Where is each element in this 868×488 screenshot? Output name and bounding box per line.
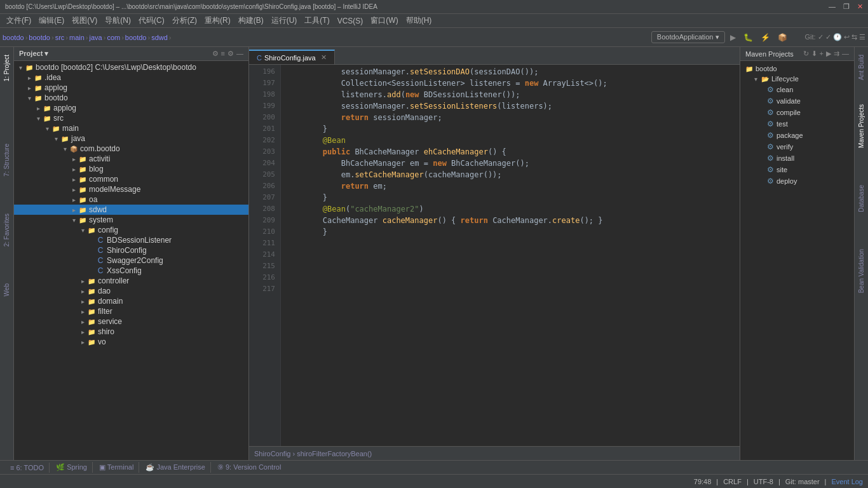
tree-item-filter[interactable]: ▸📁filter [14, 306, 248, 316]
breadcrumb-com[interactable]: com [107, 34, 120, 41]
maven-projects-tab[interactable]: Maven Projects [857, 99, 866, 153]
tree-item-Swagger2Config[interactable]: CSwagger2Config [14, 255, 248, 266]
project-gear-icon[interactable]: ⚙ [227, 50, 234, 58]
maven-item-site[interactable]: ⚙site [743, 164, 851, 175]
tree-icon-com.bootdo: 📦 [69, 146, 79, 152]
ant-build-tab[interactable]: Ant Build [857, 50, 866, 85]
breadcrumb-bootdo2[interactable]: bootdo [29, 34, 50, 41]
project-settings-icon[interactable]: ⚙ [212, 50, 219, 58]
tree-item-activiti[interactable]: ▸📁activiti [14, 154, 248, 164]
tree-item-main[interactable]: ▾📁main [14, 123, 248, 133]
maven-item-bootdo[interactable]: 📁bootdo [743, 64, 851, 74]
tree-item-config[interactable]: ▾📁config [14, 225, 248, 235]
menu-item-代码[interactable]: 代码(C) [135, 14, 168, 27]
menu-item-工具[interactable]: 工具(T) [301, 14, 333, 27]
tab-shiroconfig-close[interactable]: ✕ [321, 53, 327, 62]
maven-plus-icon[interactable]: + [820, 50, 824, 58]
breadcrumb-sdwd[interactable]: sdwd [151, 34, 168, 41]
code-editor[interactable]: sessionManager.setSessionDAO(sessionDAO(… [281, 65, 740, 446]
tree-item-controller[interactable]: ▸📁controller [14, 276, 248, 286]
run-config-selector[interactable]: BootdoApplication ▾ [651, 31, 725, 43]
close-button[interactable]: ✕ [857, 3, 863, 11]
tree-item-bootdo[interactable]: ▾📁bootdo [14, 93, 248, 103]
tree-item-blog[interactable]: ▸📁blog [14, 164, 248, 174]
menu-item-帮助[interactable]: 帮助(H) [402, 14, 436, 27]
version-control-tab[interactable]: ⑨ 9: Version Control [212, 462, 287, 473]
maven-download-icon[interactable]: ⬇ [811, 50, 817, 58]
maximize-button[interactable]: ❐ [843, 3, 850, 11]
tree-arrow-domain: ▸ [79, 298, 86, 305]
maven-item-test[interactable]: ⚙test [743, 118, 851, 130]
menu-item-导航[interactable]: 导航(N) [101, 14, 135, 27]
tree-item-common[interactable]: ▸📁common [14, 174, 248, 184]
tree-item-sdwd[interactable]: ▸📁sdwd [14, 205, 248, 215]
menu-item-重构[interactable]: 重构(R) [201, 14, 234, 27]
maven-refresh-icon[interactable]: ↻ [803, 50, 809, 58]
maven-item-compile[interactable]: ⚙compile [743, 107, 851, 118]
tree-item-applog2[interactable]: ▸📁applog [14, 103, 248, 113]
tree-item-src[interactable]: ▾📁src [14, 113, 248, 123]
maven-expand-icon[interactable]: ⇉ [834, 50, 839, 58]
menu-item-运行[interactable]: 运行(U) [268, 14, 301, 27]
maven-item-clean[interactable]: ⚙clean [743, 84, 851, 95]
tree-item-applog[interactable]: ▸📁applog [14, 83, 248, 93]
menu-item-文件[interactable]: 文件(F) [3, 14, 35, 27]
tree-item-domain[interactable]: ▸📁domain [14, 296, 248, 306]
maven-item-deploy[interactable]: ⚙deploy [743, 175, 851, 187]
tree-item-BDSessionListener[interactable]: CBDSessionListener [14, 235, 248, 245]
maven-item-verify[interactable]: ⚙verify [743, 141, 851, 152]
project-collapse-icon[interactable]: ≡ [221, 50, 225, 58]
bean-validation-tab[interactable]: Bean Validation [857, 244, 866, 298]
menu-item-窗口[interactable]: 窗口(W) [367, 14, 402, 27]
maven-close-icon[interactable]: — [842, 50, 849, 58]
status-lineending[interactable]: CRLF [723, 478, 742, 485]
breadcrumb-java[interactable]: java [90, 34, 102, 41]
todo-tab[interactable]: ≡ 6: TODO [5, 463, 50, 473]
tree-item-com.bootdo[interactable]: ▾📦com.bootdo [14, 144, 248, 154]
favorites-tab[interactable]: 2: Favorites [2, 208, 11, 252]
status-eventlog[interactable]: Event Log [831, 478, 863, 485]
spring-tab[interactable]: 🌿 Spring [51, 462, 93, 473]
tree-item-oa[interactable]: ▸📁oa [14, 194, 248, 205]
tree-item-XssConfig[interactable]: CXssConfig [14, 266, 248, 276]
minimize-button[interactable]: — [829, 3, 836, 11]
java-enterprise-tab[interactable]: ☕ Java Enterprise [140, 462, 210, 473]
project-close-icon[interactable]: — [236, 50, 243, 58]
tab-shiroconfig[interactable]: C ShiroConfig.java ✕ [249, 50, 335, 64]
status-encoding[interactable]: UTF-8 [754, 478, 773, 485]
web-tab[interactable]: Web [2, 278, 11, 301]
breadcrumb-main[interactable]: main [69, 34, 85, 41]
tree-item-modelMessage[interactable]: ▸📁modelMessage [14, 184, 248, 194]
maven-item-validate[interactable]: ⚙validate [743, 95, 851, 107]
maven-item-package[interactable]: ⚙package [743, 130, 851, 141]
database-tab[interactable]: Database [857, 180, 866, 217]
maven-run-icon[interactable]: ▶ [826, 50, 831, 58]
code-line-216: } [286, 226, 735, 238]
tree-arrow-main: ▾ [43, 125, 51, 132]
tree-item-dao[interactable]: ▸📁dao [14, 286, 248, 296]
project-tab[interactable]: 1: Project [2, 50, 11, 86]
tree-item-java[interactable]: ▾📁java [14, 133, 248, 144]
tree-item-shiro[interactable]: ▸📁shiro [14, 327, 248, 337]
menu-item-视图[interactable]: 视图(V) [68, 14, 101, 27]
status-position[interactable]: 79:48 [694, 478, 712, 485]
maven-item-install[interactable]: ⚙install [743, 152, 851, 164]
tree-item-vo[interactable]: ▸📁vo [14, 337, 248, 347]
breadcrumb-bootdo3[interactable]: bootdo [125, 34, 147, 41]
breadcrumb-bootdo1[interactable]: bootdo [3, 34, 24, 41]
tree-item-service[interactable]: ▸📁service [14, 316, 248, 327]
terminal-tab[interactable]: ▣ Terminal [94, 462, 139, 473]
structure-tab[interactable]: 7: Structure [2, 139, 11, 182]
menu-item-分析[interactable]: 分析(Z) [168, 14, 201, 27]
maven-item-lifecycle[interactable]: ▾📂Lifecycle [743, 74, 851, 84]
tree-item-bootdo-root[interactable]: ▾📁bootdo [bootdo2] C:\Users\Lwp\Desktop\… [14, 62, 248, 72]
tree-item-ShiroConfig[interactable]: CShiroConfig [14, 245, 248, 255]
menu-item-构建[interactable]: 构建(B) [234, 14, 268, 27]
tree-item-system[interactable]: ▾📁system [14, 215, 248, 225]
menu-item-编辑[interactable]: 编辑(E) [35, 14, 68, 27]
menu-item-vcs[interactable]: VCS(S) [334, 15, 367, 27]
tree-item-idea[interactable]: ▸📁.idea [14, 72, 248, 83]
breadcrumb-src[interactable]: src [55, 34, 65, 41]
gutter-line-206: 206 [249, 180, 275, 192]
status-git[interactable]: Git: master [785, 478, 820, 485]
